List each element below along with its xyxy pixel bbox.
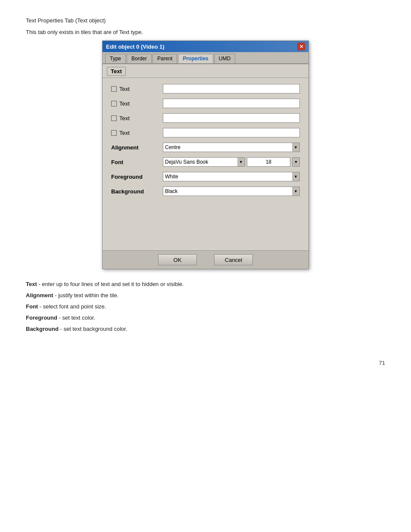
desc-text-bold: Text	[26, 281, 37, 287]
ok-button[interactable]: OK	[158, 254, 197, 265]
desc-alignment-content: - justify text within the tile.	[55, 292, 118, 299]
intro-line1: Text Properties Tab (Text object)	[26, 17, 385, 24]
alignment-label: Alignment	[111, 144, 163, 151]
desc-background: Background - set text background color.	[26, 324, 385, 334]
intro-line2: This tab only exists in tiles that are o…	[26, 29, 385, 35]
foreground-label: Foreground	[111, 174, 163, 180]
subtab-row: Text	[103, 64, 308, 78]
dialog: Edit object 0 (Video 1) ✕ Type Border Pa…	[102, 40, 309, 269]
font-size-input[interactable]	[247, 157, 290, 167]
dialog-tabs: Type Border Parent Properties UMD	[103, 52, 308, 64]
font-name-select[interactable]: DejaVu Sans Book	[163, 157, 237, 167]
tab-umd[interactable]: UMD	[214, 54, 235, 63]
text-label-1: Text	[111, 86, 163, 92]
text-input-3[interactable]	[163, 113, 300, 123]
tab-parent[interactable]: Parent	[153, 54, 177, 63]
desc-text-content: - enter up to four lines of text and set…	[38, 281, 184, 287]
font-name-wrapper: DejaVu Sans Book ▼	[163, 157, 245, 167]
alignment-select[interactable]: Left Centre Right	[163, 143, 292, 152]
background-label: Background	[111, 188, 163, 195]
font-label: Font	[111, 159, 163, 165]
desc-font: Font - select font and point size.	[26, 302, 385, 311]
foreground-row: Foreground White Black Red Green Blue ▼	[111, 172, 300, 181]
desc-alignment: Alignment - justify text within the tile…	[26, 291, 385, 300]
alignment-select-wrapper: Left Centre Right ▼	[163, 143, 300, 152]
text-checkbox-4[interactable]	[111, 130, 117, 136]
text-checkbox-2[interactable]	[111, 101, 117, 106]
text-checkbox-1[interactable]	[111, 86, 117, 92]
tab-border[interactable]: Border	[127, 54, 152, 63]
dialog-body: Text Text Text	[103, 78, 308, 250]
page-number: 71	[26, 360, 385, 366]
font-row: Font DejaVu Sans Book ▼ ▼	[111, 157, 300, 167]
text-input-4[interactable]	[163, 128, 300, 137]
background-row: Background Black White Red Green Blue ▼	[111, 187, 300, 196]
desc-alignment-bold: Alignment	[26, 292, 53, 299]
text-row-3: Text	[111, 113, 300, 123]
alignment-row: Alignment Left Centre Right ▼	[111, 143, 300, 152]
background-select-wrapper: Black White Red Green Blue ▼	[163, 187, 300, 196]
background-select[interactable]: Black White Red Green Blue	[163, 187, 292, 196]
dialog-titlebar: Edit object 0 (Video 1) ✕	[103, 41, 308, 52]
font-name-dropdown-arrow[interactable]: ▼	[237, 157, 245, 167]
dialog-title: Edit object 0 (Video 1)	[106, 44, 165, 50]
text-input-2[interactable]	[163, 99, 300, 108]
text-label-3: Text	[111, 115, 163, 121]
foreground-dropdown-arrow[interactable]: ▼	[292, 172, 300, 181]
cancel-button[interactable]: Cancel	[214, 254, 253, 265]
dialog-footer: OK Cancel	[103, 250, 308, 269]
desc-background-bold: Background	[26, 326, 59, 332]
desc-text: Text - enter up to four lines of text an…	[26, 280, 385, 289]
desc-foreground-content: - set text color.	[59, 314, 96, 321]
desc-background-content: - set text background color.	[60, 326, 127, 332]
foreground-select[interactable]: White Black Red Green Blue	[163, 172, 292, 181]
background-dropdown-arrow[interactable]: ▼	[292, 187, 300, 196]
alignment-dropdown-arrow[interactable]: ▼	[292, 143, 300, 152]
desc-foreground: Foreground - set text color.	[26, 313, 385, 323]
close-button[interactable]: ✕	[297, 43, 305, 50]
subtab-text[interactable]: Text	[107, 67, 126, 76]
font-controls: DejaVu Sans Book ▼ ▼	[163, 157, 300, 167]
tab-type[interactable]: Type	[105, 54, 126, 63]
text-row-2: Text	[111, 99, 300, 108]
text-label-2: Text	[111, 100, 163, 107]
dialog-spacer	[111, 201, 300, 244]
desc-font-content: - select font and point size.	[40, 303, 106, 310]
desc-foreground-bold: Foreground	[26, 314, 57, 321]
text-input-1[interactable]	[163, 84, 300, 93]
dialog-wrapper: Edit object 0 (Video 1) ✕ Type Border Pa…	[26, 40, 385, 269]
font-size-dropdown-arrow[interactable]: ▼	[292, 157, 300, 167]
text-row-1: Text	[111, 84, 300, 93]
text-checkbox-3[interactable]	[111, 115, 117, 121]
text-row-4: Text	[111, 128, 300, 137]
desc-font-bold: Font	[26, 303, 38, 310]
foreground-select-wrapper: White Black Red Green Blue ▼	[163, 172, 300, 181]
description-section: Text - enter up to four lines of text an…	[26, 280, 385, 334]
text-label-4: Text	[111, 130, 163, 136]
tab-properties[interactable]: Properties	[178, 54, 213, 63]
